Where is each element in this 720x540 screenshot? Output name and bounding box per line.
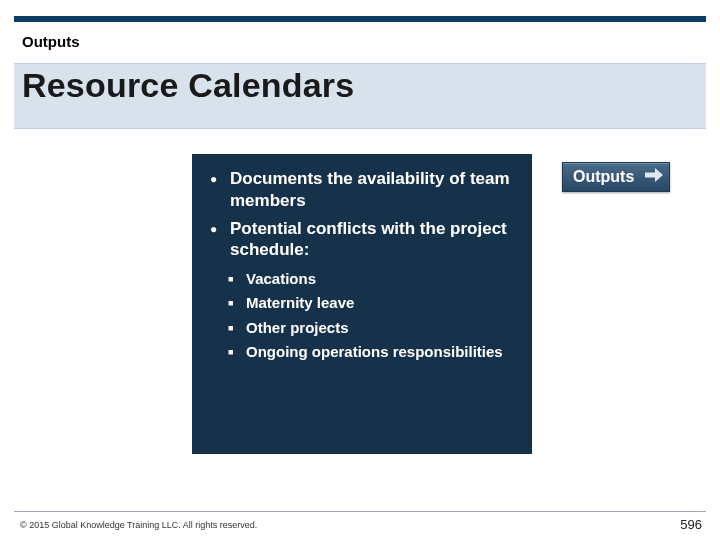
svg-marker-1 xyxy=(655,168,663,182)
bullet-list: Documents the availability of team membe… xyxy=(210,168,514,261)
sub-bullet-list: Vacations Maternity leave Other projects… xyxy=(228,269,514,362)
list-item: Other projects xyxy=(228,318,514,338)
list-item: Maternity leave xyxy=(228,293,514,313)
list-item-label: Ongoing operations responsibilities xyxy=(246,343,503,360)
list-item-label: Documents the availability of team membe… xyxy=(230,169,510,210)
outputs-badge: Outputs xyxy=(562,162,670,192)
page-number: 596 xyxy=(680,517,702,532)
list-item: Ongoing operations responsibilities xyxy=(228,342,514,362)
list-item-label: Potential conflicts with the project sch… xyxy=(230,219,507,260)
list-item-label: Other projects xyxy=(246,319,349,336)
list-item: Vacations xyxy=(228,269,514,289)
content-panel: Documents the availability of team membe… xyxy=(192,154,532,454)
footer-rule xyxy=(14,511,706,512)
page-title: Resource Calendars xyxy=(22,66,354,105)
top-rule xyxy=(14,16,706,22)
list-item-label: Vacations xyxy=(246,270,316,287)
copyright-text: © 2015 Global Knowledge Training LLC. Al… xyxy=(20,520,257,530)
slide: Outputs Resource Calendars Documents the… xyxy=(0,0,720,540)
svg-rect-0 xyxy=(645,173,655,178)
kicker-text: Outputs xyxy=(22,33,80,50)
outputs-badge-label: Outputs xyxy=(573,168,634,186)
list-item: Documents the availability of team membe… xyxy=(210,168,514,212)
list-item: Potential conflicts with the project sch… xyxy=(210,218,514,262)
arrow-right-icon xyxy=(645,168,663,186)
list-item-label: Maternity leave xyxy=(246,294,354,311)
